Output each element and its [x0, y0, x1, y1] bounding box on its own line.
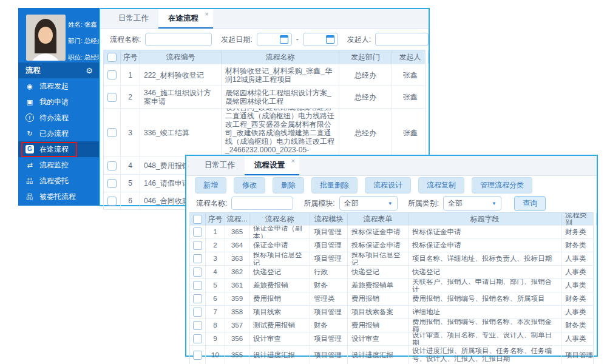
cell-category: 财务类: [561, 239, 597, 252]
cell-form: 投标保证金申请: [348, 239, 409, 252]
row-checkbox[interactable]: [193, 321, 202, 330]
profile-card: 姓名: 张鑫 部门: 总经办 职位: 总经理: [18, 8, 99, 62]
window1-filter-bar: 流程名称: 发起日期: - 发起人:: [100, 29, 429, 50]
process-name-input-2[interactable]: [231, 197, 293, 210]
cell-code: 365: [225, 226, 249, 238]
sidebar-item-process-monitor[interactable]: ⇄流程监控: [18, 157, 99, 173]
row-checkbox[interactable]: [107, 197, 117, 206]
row-checkbox[interactable]: [193, 308, 202, 317]
cell-no: 3: [206, 252, 225, 265]
cell-checkbox: [190, 319, 206, 332]
tab-daily-work[interactable]: 日常工作: [109, 9, 158, 29]
row-checkbox[interactable]: [193, 254, 202, 263]
cell-form: 快递登记: [348, 266, 409, 278]
cell-module: 行政: [310, 266, 348, 278]
row-checkbox[interactable]: [107, 93, 117, 102]
row-checkbox[interactable]: [193, 334, 202, 343]
cell-name: 费用报销: [249, 292, 310, 305]
sidebar-item-in-transit-processes[interactable]: G在途流程: [18, 141, 99, 157]
header-cell-checkbox: [104, 50, 121, 64]
row-checkbox[interactable]: [107, 70, 117, 79]
start-date-from-input[interactable]: [257, 33, 292, 46]
cell-category: 人事类: [561, 332, 597, 345]
tab-daily-work-2[interactable]: 日常工作: [195, 156, 245, 175]
table-header-row: 序号流程...流程名称流程模块流程表单标题字段流程类别: [190, 212, 593, 225]
window1-tabbar: 日常工作 在途流程 ×: [100, 9, 429, 29]
row-checkbox[interactable]: [193, 294, 202, 303]
cell-code: 364: [225, 239, 249, 252]
cell-checkbox: [190, 306, 206, 318]
table-row: 10355设计进度汇报项目管理设计进度汇报设计进度汇报、所属项目、任务名称、任务…: [190, 345, 593, 364]
cell-code: 363: [225, 252, 249, 265]
close-icon[interactable]: ×: [291, 158, 295, 164]
sidebar-item-todo-processes[interactable]: !待办流程: [18, 110, 99, 126]
sidebar-item-label: 已办流程: [39, 129, 69, 139]
row-checkbox[interactable]: [193, 228, 202, 237]
table-row: 6359费用报销管理类费用报销费用报销、报销编号、报销名称、所属项目财务类: [190, 292, 593, 305]
cell-module: 项目管理: [310, 239, 348, 252]
table-row: 2346_施工组织设计方案申请晟铭园林绿化工程组织设计方案_晟铭园林绿化工程总经…: [104, 86, 425, 108]
header-cell-title_fields: 标题字段: [409, 213, 561, 225]
module-select[interactable]: 全部 ▼: [339, 196, 398, 211]
cell-name: 差旅费报销: [249, 279, 310, 292]
cell-form: 费用报销: [348, 319, 409, 332]
header-cell-code: 流程编号: [140, 50, 222, 64]
sidebar-item-delegated-processes[interactable]: 品被委托流程: [18, 189, 99, 204]
sidebar-item-process-start[interactable]: ◉流程发起: [18, 78, 99, 94]
cell-module: 项目管理: [310, 252, 348, 265]
row-checkbox[interactable]: [193, 241, 202, 250]
process-design-button[interactable]: 流程设计: [365, 177, 411, 194]
cell-person: 张鑫: [392, 109, 429, 157]
sidebar-item-process-delegation[interactable]: 品流程委托: [18, 173, 99, 189]
sidebar-item-my-applications[interactable]: ▣我的申请: [18, 94, 99, 110]
row-checkbox[interactable]: [193, 268, 202, 277]
cell-checkbox: [190, 266, 206, 278]
add-button[interactable]: 新增: [195, 177, 226, 194]
delete-button[interactable]: 删除: [273, 177, 304, 194]
sitemap-icon: 品: [25, 192, 34, 201]
manage-process-category-button[interactable]: 管理流程分类: [472, 177, 532, 194]
start-date-to-input[interactable]: [303, 33, 338, 46]
alert-icon: !: [25, 113, 34, 122]
select-all-checkbox[interactable]: [107, 53, 117, 62]
sidebar-item-done-processes[interactable]: ↻已办流程: [18, 126, 99, 141]
cell-code: 346_施工组织设计方案申请: [140, 86, 222, 108]
process-name-input[interactable]: [145, 33, 212, 46]
row-checkbox[interactable]: [107, 179, 117, 188]
search-button[interactable]: 查询: [514, 196, 546, 211]
cell-checkbox: [190, 226, 206, 238]
table-row: 1365保证金申请（副本）项目管理投标保证金申请投标保证金申请财务类: [190, 225, 593, 238]
cell-checkbox: [104, 109, 121, 157]
process-copy-button[interactable]: 流程复制: [418, 177, 464, 194]
row-checkbox[interactable]: [193, 351, 202, 360]
category-select-value: 全部: [448, 198, 463, 209]
initiator-input[interactable]: [375, 33, 429, 46]
row-checkbox[interactable]: [193, 281, 202, 290]
cell-dept: 总经办: [339, 64, 392, 86]
header-cell-dept: 发起部门: [339, 50, 392, 64]
cell-person: 张鑫: [392, 86, 429, 108]
tab-in-transit-label: 在途流程: [168, 14, 198, 22]
cell-no: 9: [206, 332, 225, 345]
batch-delete-button[interactable]: 批量删除: [311, 177, 358, 194]
row-checkbox[interactable]: [107, 128, 117, 137]
id-badge-icon: ▣: [25, 98, 34, 106]
cell-title_fields: 费用报销、报销编号、报销名称、本次报销金额: [409, 319, 561, 332]
tab-in-transit[interactable]: 在途流程 ×: [158, 9, 213, 29]
category-select[interactable]: 全部 ▼: [443, 196, 501, 211]
tab-process-settings[interactable]: 流程设置 ×: [245, 156, 299, 175]
cell-checkbox: [104, 86, 121, 108]
table-row: 1222_材料验收登记材料验收登记_材料采购_张鑫_华润12城房建工程项目总经办…: [104, 64, 425, 86]
cell-category: 人事类: [561, 306, 597, 318]
cell-checkbox: [190, 279, 206, 292]
cell-code: 355: [225, 346, 249, 364]
gear-icon[interactable]: ⚙: [86, 66, 93, 75]
header-cell-person: 发起人: [392, 50, 429, 64]
header-cell-form: 流程表单: [348, 213, 409, 225]
sidebar: 姓名: 张鑫 部门: 总经办 职位: 总经理 流程 ⚙ ◉流程发起▣我的申请!待…: [18, 8, 99, 206]
row-checkbox[interactable]: [107, 161, 117, 170]
edit-button[interactable]: 修改: [234, 177, 265, 194]
select-all-checkbox[interactable]: [193, 215, 202, 224]
cell-category: 人事类: [561, 252, 597, 265]
close-icon[interactable]: ×: [205, 11, 209, 18]
